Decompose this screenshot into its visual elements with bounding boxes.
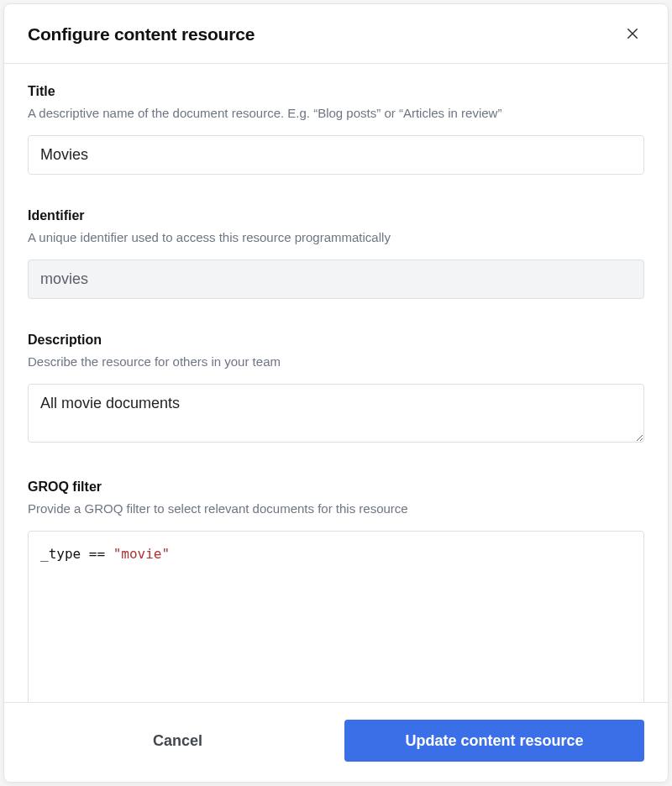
dialog-footer: Cancel Update content resource — [4, 702, 668, 782]
dialog-header: Configure content resource — [4, 4, 668, 64]
dialog-body[interactable]: Title A descriptive name of the document… — [4, 64, 668, 702]
groq-code-prefix: _type == — [40, 546, 113, 562]
identifier-field-group: Identifier A unique identifier used to a… — [28, 208, 644, 299]
groq-field-group: GROQ filter Provide a GROQ filter to sel… — [28, 479, 644, 702]
title-label: Title — [28, 84, 644, 99]
configure-resource-dialog: Configure content resource Title A descr… — [3, 3, 669, 783]
dialog-title: Configure content resource — [28, 24, 255, 45]
description-help: Describe the resource for others in your… — [28, 353, 644, 370]
identifier-label: Identifier — [28, 208, 644, 223]
description-label: Description — [28, 333, 644, 348]
description-field-group: Description Describe the resource for ot… — [28, 333, 644, 446]
groq-label: GROQ filter — [28, 479, 644, 495]
submit-button[interactable]: Update content resource — [344, 720, 644, 762]
identifier-input[interactable] — [28, 259, 644, 299]
title-input[interactable] — [28, 135, 644, 175]
close-icon — [625, 26, 640, 44]
cancel-button[interactable]: Cancel — [28, 720, 328, 762]
description-input[interactable] — [28, 384, 644, 443]
title-field-group: Title A descriptive name of the document… — [28, 84, 644, 175]
groq-code: _type == "movie" — [40, 543, 632, 565]
groq-code-string: "movie" — [113, 546, 170, 562]
close-button[interactable] — [621, 23, 644, 46]
identifier-help: A unique identifier used to access this … — [28, 228, 644, 246]
groq-editor[interactable]: _type == "movie" — [28, 531, 644, 702]
title-help: A descriptive name of the document resou… — [28, 104, 644, 122]
groq-help: Provide a GROQ filter to select relevant… — [28, 500, 644, 517]
